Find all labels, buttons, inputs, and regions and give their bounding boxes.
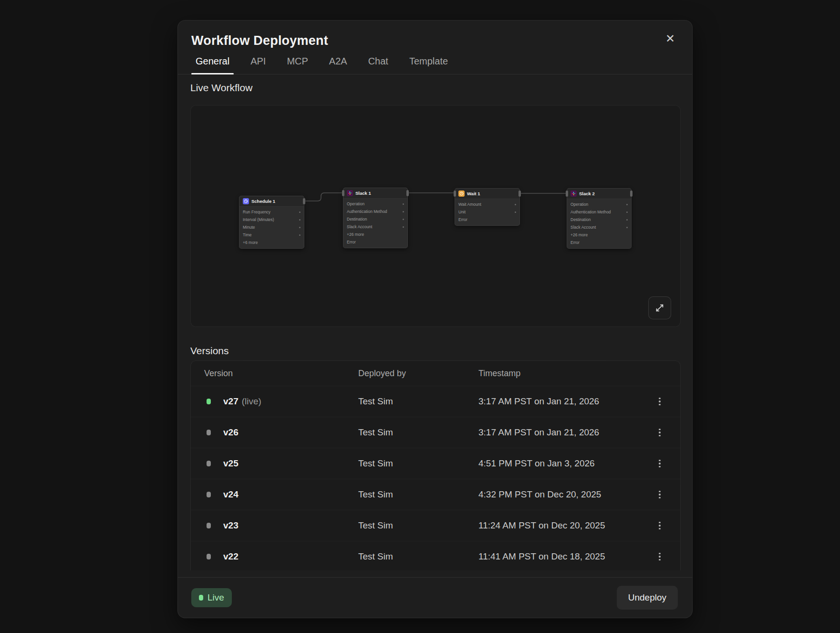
- live-status-label: Live: [207, 592, 224, 603]
- versions-table: Version Deployed by Timestamp v27(live) …: [190, 360, 681, 570]
- field-port-dot: [299, 211, 301, 213]
- tab-general[interactable]: General: [191, 55, 234, 74]
- output-port: [519, 190, 521, 197]
- version-row: v27(live) Test Sim 3:17 AM PST on Jan 21…: [191, 386, 680, 417]
- field-error-label: Error: [458, 217, 467, 222]
- workflow-preview-canvas: Schedule 1 Run Frequency Interval (Minut…: [190, 105, 681, 327]
- modal-header: Workflow Deployment ✕ General API MCP A2…: [178, 21, 692, 74]
- row-menu-button[interactable]: [653, 517, 667, 534]
- field-label: Unit: [458, 210, 466, 214]
- timestamp: 3:17 AM PST on Jan 21, 2026: [478, 396, 646, 407]
- version-status-dot: [207, 461, 211, 466]
- field-label: Slack Account: [347, 224, 372, 229]
- field-label: Run Frequency: [243, 210, 270, 214]
- row-menu-button[interactable]: [653, 548, 667, 565]
- row-menu-button[interactable]: [653, 424, 667, 441]
- deployed-by: Test Sim: [358, 427, 478, 438]
- workflow-deployment-modal: Workflow Deployment ✕ General API MCP A2…: [177, 20, 693, 618]
- field-port-dot: [299, 234, 301, 236]
- field-port-dot: [626, 204, 628, 205]
- version-label: v27: [223, 396, 239, 406]
- input-port: [342, 190, 344, 196]
- node-title: Schedule 1: [251, 199, 275, 204]
- node-slack-2-header: Slack 2: [567, 189, 631, 199]
- node-fields: Operation Authentication Method Destinat…: [567, 199, 631, 248]
- row-menu-button[interactable]: [653, 393, 667, 410]
- close-icon: ✕: [665, 33, 675, 44]
- tab-mcp[interactable]: MCP: [282, 55, 312, 74]
- column-version: Version: [204, 369, 358, 379]
- field-port-dot: [403, 211, 404, 212]
- field-label: Interval (Minutes): [243, 217, 274, 222]
- deployed-by: Test Sim: [358, 520, 478, 531]
- close-button[interactable]: ✕: [663, 31, 678, 46]
- deployed-by: Test Sim: [358, 458, 478, 469]
- field-label: Wait Amount: [458, 202, 481, 207]
- version-row: v26 Test Sim 3:17 AM PST on Jan 21, 2026: [191, 417, 680, 448]
- deployed-by: Test Sim: [358, 396, 478, 407]
- slack-icon: [570, 190, 577, 197]
- version-label: v24: [223, 489, 239, 499]
- node-schedule-1: Schedule 1 Run Frequency Interval (Minut…: [239, 196, 304, 249]
- expand-canvas-button[interactable]: [648, 296, 671, 319]
- version-label: v23: [223, 520, 239, 530]
- versions-table-header: Version Deployed by Timestamp: [191, 361, 680, 386]
- timestamp: 4:32 PM PST on Dec 20, 2025: [478, 489, 646, 500]
- version-label: v25: [223, 458, 239, 468]
- input-port: [566, 190, 568, 197]
- output-port: [406, 190, 409, 196]
- field-label: Destination: [347, 217, 367, 222]
- tab-a2a[interactable]: A2A: [325, 55, 352, 74]
- node-fields: Run Frequency Interval (Minutes) Minute …: [239, 207, 304, 248]
- tab-template[interactable]: Template: [405, 55, 452, 74]
- deployed-by: Test Sim: [358, 489, 478, 500]
- slack-icon: [347, 190, 353, 196]
- undeploy-button[interactable]: Undeploy: [617, 586, 678, 610]
- version-status-dot: [207, 523, 211, 528]
- live-status-badge: Live: [191, 588, 232, 607]
- version-status-dot: [207, 430, 211, 435]
- field-error-label: Error: [347, 240, 356, 244]
- field-label: Minute: [243, 225, 255, 230]
- field-port-dot: [299, 219, 301, 221]
- tab-api[interactable]: API: [246, 55, 270, 74]
- node-slack-2: Slack 2 Operation Authentication Method …: [567, 188, 632, 249]
- field-label: Authentication Method: [570, 210, 611, 214]
- version-row: v25 Test Sim 4:51 PM PST on Jan 3, 2026: [191, 448, 680, 479]
- version-row: v22 Test Sim 11:41 AM PST on Dec 18, 202…: [191, 541, 680, 570]
- node-schedule-1-header: Schedule 1: [239, 196, 304, 207]
- modal-title: Workflow Deployment: [191, 32, 679, 49]
- node-wait-1-header: Wait 1: [455, 189, 519, 199]
- node-slack-1: Slack 1 Operation Authentication Method …: [343, 188, 408, 248]
- node-title: Slack 2: [579, 191, 595, 196]
- node-slack-1-header: Slack 1: [343, 188, 407, 199]
- row-menu-button[interactable]: [653, 486, 667, 503]
- node-wait-1: Wait 1 Wait Amount Unit Error: [455, 188, 520, 226]
- modal-footer: Live Undeploy: [178, 577, 692, 618]
- field-label: Authentication Method: [347, 209, 387, 214]
- version-live-suffix: (live): [242, 396, 261, 406]
- version-row: v24 Test Sim 4:32 PM PST on Dec 20, 2025: [191, 479, 680, 510]
- row-menu-button[interactable]: [653, 455, 667, 472]
- output-port: [303, 198, 305, 204]
- live-workflow-heading: Live Workflow: [190, 80, 680, 95]
- field-port-dot: [403, 226, 404, 228]
- field-port-dot: [626, 211, 628, 213]
- field-port-dot: [515, 211, 516, 213]
- version-status-dot: [207, 399, 211, 404]
- node-title: Wait 1: [467, 191, 480, 196]
- node-title: Slack 1: [355, 190, 371, 196]
- tab-chat[interactable]: Chat: [364, 55, 393, 74]
- field-label: Operation: [347, 201, 364, 206]
- field-label: Destination: [570, 217, 591, 222]
- expand-icon: [654, 303, 665, 313]
- timestamp: 4:51 PM PST on Jan 3, 2026: [478, 458, 646, 469]
- tab-bar: General API MCP A2A Chat Template: [191, 55, 679, 74]
- version-status-dot: [207, 492, 211, 497]
- deployed-by: Test Sim: [358, 551, 478, 562]
- node-fields: Wait Amount Unit Error: [455, 199, 519, 225]
- field-port-dot: [403, 203, 404, 205]
- modal-content: Live Workflow Schedule 1: [178, 74, 692, 577]
- version-label: v26: [223, 427, 239, 437]
- field-label: Operation: [570, 202, 588, 207]
